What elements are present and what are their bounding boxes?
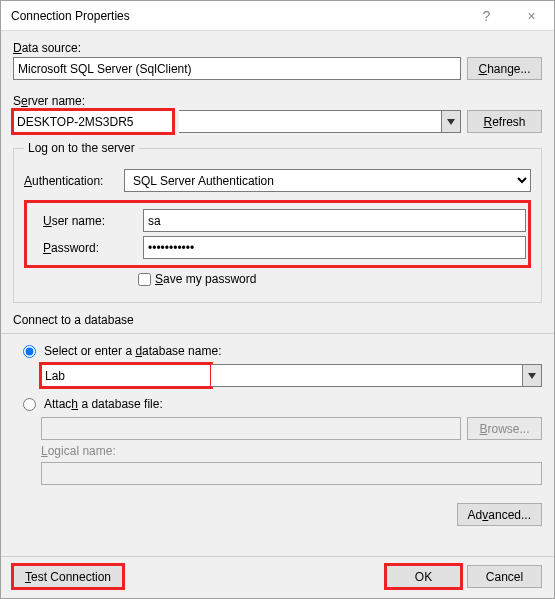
- divider: [1, 333, 554, 334]
- credentials-highlight: User name: Password:: [24, 200, 531, 268]
- db-legend: Connect to a database: [13, 313, 542, 327]
- titlebar: Connection Properties ? ×: [1, 1, 554, 31]
- data-source-label: Data source:: [13, 41, 81, 55]
- server-name-combo-extra: [179, 110, 461, 133]
- save-password-box[interactable]: [138, 273, 151, 286]
- connection-properties-dialog: Connection Properties ? × Data source: C…: [0, 0, 555, 599]
- password-label: Password:: [29, 241, 143, 255]
- save-password-checkbox[interactable]: Save my password: [138, 272, 256, 286]
- logon-legend: Log on to the server: [24, 141, 139, 155]
- logical-name-label: Logical name:: [41, 444, 116, 458]
- db-name-highlight: [41, 364, 211, 387]
- test-connection-button[interactable]: Test Connection: [13, 565, 123, 588]
- browse-button: Browse...: [467, 417, 542, 440]
- db-name-combo: [41, 364, 542, 387]
- help-icon[interactable]: ?: [464, 1, 509, 31]
- select-db-label: Select or enter a database name:: [44, 344, 221, 358]
- username-input[interactable]: [143, 209, 526, 232]
- db-name-combo-extra[interactable]: [211, 364, 522, 387]
- data-source-field: [13, 57, 461, 80]
- attach-db-label: Attach a database file:: [44, 397, 163, 411]
- server-name-input[interactable]: [13, 110, 173, 133]
- ok-button[interactable]: OK: [386, 565, 461, 588]
- chevron-down-icon: [528, 373, 536, 379]
- db-name-input[interactable]: [41, 364, 211, 387]
- change-button[interactable]: Change...: [467, 57, 542, 80]
- select-db-radio[interactable]: [23, 345, 36, 358]
- cancel-button[interactable]: Cancel: [467, 565, 542, 588]
- username-label: User name:: [29, 214, 143, 228]
- attach-db-radio[interactable]: [23, 398, 36, 411]
- refresh-button[interactable]: Refresh: [467, 110, 542, 133]
- password-input[interactable]: [143, 236, 526, 259]
- db-name-dropdown-button[interactable]: [522, 364, 542, 387]
- server-name-dropdown-button[interactable]: [441, 110, 461, 133]
- server-name-combo-input[interactable]: [179, 110, 441, 133]
- server-name-highlight: [13, 110, 173, 133]
- advanced-button[interactable]: Advanced...: [457, 503, 542, 526]
- logon-group: Log on to the server Authentication: SQL…: [13, 141, 542, 303]
- authentication-select[interactable]: SQL Server Authentication: [124, 169, 531, 192]
- server-name-label: Server name:: [13, 94, 85, 108]
- logical-name-input: [41, 462, 542, 485]
- chevron-down-icon: [447, 119, 455, 125]
- window-title: Connection Properties: [11, 9, 464, 23]
- close-icon[interactable]: ×: [509, 1, 554, 31]
- auth-label: Authentication:: [24, 174, 124, 188]
- attach-path-input: [41, 417, 461, 440]
- dialog-footer: Test Connection OK Cancel: [1, 557, 554, 598]
